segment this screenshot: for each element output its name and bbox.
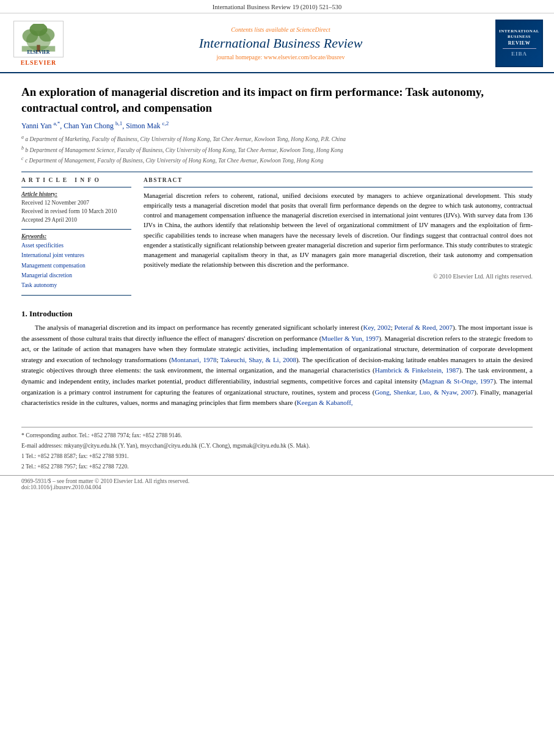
keyword-4: Managerial discretion	[21, 271, 131, 280]
article-history: Article history: Received 12 November 20…	[21, 191, 131, 225]
keywords-label: Keywords:	[21, 233, 131, 239]
article-info-label: A R T I C L E I N F O	[21, 177, 131, 183]
ref-gong-shenkar-luo-nyaw-2007[interactable]: Gong, Shenkar, Luo, & Nyaw, 2007	[374, 388, 474, 396]
ibr-logo-line1: INTERNATIONAL	[499, 29, 539, 34]
journal-doi: doi:10.1016/j.ibusrev.2010.04.004	[21, 484, 533, 490]
keyword-5: Task autonomy	[21, 280, 131, 290]
affiliations: a a Department of Marketing, Faculty of …	[21, 134, 533, 165]
authors: Yanni Yan a,*, Chan Yan Chong b,1, Simon…	[21, 120, 533, 131]
author-chan-yan-chong: Chan Yan Chong b,1	[64, 122, 122, 130]
ibr-logo-eiba: EIBA	[511, 51, 527, 58]
keyword-2: International joint ventures	[21, 250, 131, 260]
elsevier-tree-box: ELSEVIER	[13, 21, 64, 57]
svg-text:ELSEVIER: ELSEVIER	[27, 50, 50, 54]
accepted-date: Accepted 29 April 2010	[21, 216, 131, 224]
contents-prefix: Contents lists available at	[231, 26, 296, 33]
ibr-logo-line3: REVIEW	[508, 40, 530, 46]
ref-key-2002[interactable]: Key, 2002	[363, 324, 390, 331]
affiliation-a: a a Department of Marketing, Faculty of …	[21, 134, 533, 144]
footer-divider	[21, 427, 533, 427]
homepage-prefix: journal homepage:	[217, 54, 264, 60]
two-column-section: A R T I C L E I N F O Article history: R…	[21, 177, 533, 299]
keywords-list: Asset specificities International joint …	[21, 241, 131, 290]
keywords-section: Keywords: Asset specificities Internatio…	[21, 233, 131, 290]
ref-magnan-stonge-1997[interactable]: Magnan & St-Onge, 1997	[422, 377, 494, 385]
author-simon-mak: Simon Mak c,2	[126, 122, 169, 130]
ibr-logo-separator	[503, 48, 536, 49]
journal-header: ELSEVIER ELSEVIER Contents lists availab…	[0, 13, 554, 73]
article-content: An exploration of managerial discretion …	[0, 73, 554, 418]
abstract-label: Abstract	[144, 177, 533, 183]
intro-paragraph-1: The analysis of managerial discretion an…	[21, 322, 533, 409]
introduction-section: 1. Introduction The analysis of manageri…	[21, 309, 533, 409]
page: International Business Review 19 (2010) …	[0, 0, 554, 756]
footnote-2: 2 Tel.: +852 2788 7957; fax: +852 2788 7…	[21, 462, 533, 471]
received-date: Received 12 November 2007	[21, 198, 131, 207]
top-bar: International Business Review 19 (2010) …	[0, 0, 554, 13]
sciencedirect-link: Contents lists available at ScienceDirec…	[72, 26, 489, 33]
ibr-logo: INTERNATIONAL BUSINESS REVIEW EIBA	[495, 20, 543, 67]
footnote-corresponding: * Corresponding author. Tel.: +852 2788 …	[21, 431, 533, 440]
header-divider	[21, 172, 533, 172]
info-bottom-divider	[21, 295, 131, 296]
copyright-line: © 2010 Elsevier Ltd. All rights reserved…	[144, 273, 533, 280]
ref-keegan-kabanoff[interactable]: Keegan & Kabanoff,	[297, 399, 353, 406]
author-yanni-yan: Yanni Yan a,*	[21, 122, 60, 130]
revised-date: Received in revised form 10 March 2010	[21, 207, 131, 216]
keywords-divider	[21, 229, 131, 230]
article-title: An exploration of managerial discretion …	[21, 84, 533, 115]
keyword-3: Management compensation	[21, 261, 131, 271]
footnotes: * Corresponding author. Tel.: +852 2788 …	[0, 431, 554, 472]
ref-peteraf-reed-2007[interactable]: Peteraf & Reed, 2007	[395, 324, 453, 331]
ibr-logo-line2: BUSINESS	[508, 34, 531, 40]
footnote-email: E-mail addresses: mkyany@cityu.edu.hk (Y…	[21, 442, 533, 451]
ref-mueller-yun-1997[interactable]: Mueller & Yun, 1997	[321, 335, 379, 342]
affiliation-b: b b Department of Management Science, Fa…	[21, 145, 533, 154]
abstract-text: Managerial discretion refers to coherent…	[144, 191, 533, 271]
elsevier-logo: ELSEVIER ELSEVIER	[11, 21, 66, 66]
introduction-heading: 1. Introduction	[21, 309, 533, 319]
elsevier-label: ELSEVIER	[21, 59, 57, 66]
introduction-body: The analysis of managerial discretion an…	[21, 322, 533, 409]
article-history-label: Article history:	[21, 191, 131, 197]
homepage-url[interactable]: www.elsevier.com/locate/ibusrev	[264, 54, 345, 60]
abstract-divider	[144, 187, 533, 187]
journal-center: Contents lists available at ScienceDirec…	[66, 26, 495, 60]
ref-takeuchi-shay-li-2008[interactable]: Takeuchi, Shay, & Li, 2008	[221, 356, 296, 363]
journal-footer: 0969-5931/$ – see front matter © 2010 El…	[0, 475, 554, 494]
affiliation-c: c c Department of Management, Faculty of…	[21, 155, 533, 165]
ref-hambrick-finkelstein-1987[interactable]: Hambrick & Finkelstein, 1987	[375, 366, 459, 374]
article-info-column: A R T I C L E I N F O Article history: R…	[21, 177, 131, 299]
journal-title: International Business Review	[72, 35, 489, 51]
abstract-column: Abstract Managerial discretion refers to…	[144, 177, 533, 299]
footnote-1: 1 Tel.: +852 2788 8587; fax: +852 2788 9…	[21, 452, 533, 461]
journal-issue-info: International Business Review 19 (2010) …	[213, 4, 341, 10]
journal-issn: 0969-5931/$ – see front matter © 2010 El…	[21, 478, 533, 484]
elsevier-tree-icon: ELSEVIER	[17, 24, 60, 54]
info-divider	[21, 187, 131, 187]
keyword-1: Asset specificities	[21, 241, 131, 250]
ref-montanari-1978[interactable]: Montanari, 1978	[171, 356, 216, 363]
sciencedirect-name[interactable]: ScienceDirect	[296, 26, 330, 33]
journal-homepage: journal homepage: www.elsevier.com/locat…	[72, 54, 489, 60]
